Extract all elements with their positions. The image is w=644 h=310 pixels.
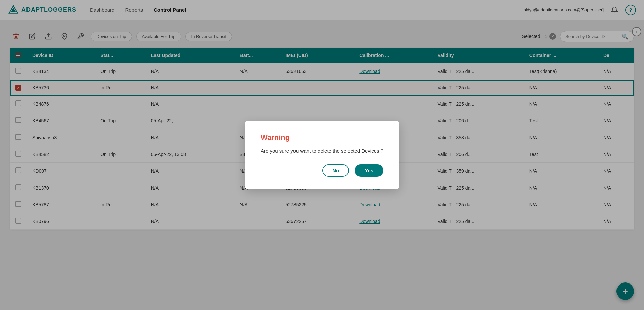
dialog-overlay: Warning Are you sure you want to delete …: [0, 0, 644, 310]
dialog-yes-button[interactable]: Yes: [355, 164, 383, 177]
dialog-message: Are you sure you want to delete the sele…: [261, 147, 383, 155]
dialog-no-button[interactable]: No: [322, 164, 349, 177]
warning-dialog: Warning Are you sure you want to delete …: [245, 121, 399, 189]
dialog-actions: No Yes: [261, 164, 383, 177]
dialog-title: Warning: [261, 133, 383, 142]
